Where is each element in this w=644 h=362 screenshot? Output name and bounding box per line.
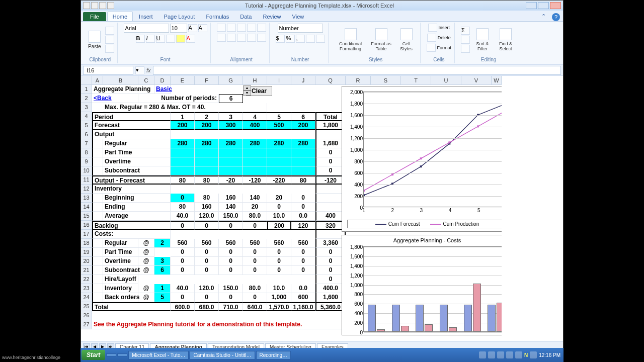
cell[interactable]: Backlog: [92, 221, 171, 230]
percent-icon[interactable]: %: [286, 35, 295, 43]
cell[interactable]: 280: [219, 139, 243, 148]
cell[interactable]: 0: [219, 248, 243, 257]
cell[interactable]: [219, 166, 243, 175]
row-header[interactable]: 22: [81, 275, 92, 284]
increase-decimal-icon[interactable]: [306, 35, 315, 43]
row-header[interactable]: 2: [81, 94, 92, 103]
cell[interactable]: [219, 157, 243, 166]
cell[interactable]: 80: [291, 175, 315, 185]
cell[interactable]: [267, 166, 291, 175]
cell[interactable]: 300: [219, 121, 243, 130]
cell[interactable]: 0: [315, 157, 346, 166]
cell[interactable]: Overtime: [103, 157, 171, 166]
cell[interactable]: 120.0: [195, 212, 219, 221]
cell[interactable]: Period: [92, 112, 171, 121]
cell[interactable]: 40.0: [171, 284, 195, 293]
cell[interactable]: Forecast: [92, 121, 171, 130]
cell[interactable]: Total: [92, 302, 171, 311]
cell[interactable]: 6: [291, 112, 315, 121]
start-button[interactable]: Start: [82, 350, 105, 360]
cell[interactable]: @: [138, 239, 154, 248]
cell[interactable]: 80.0: [243, 284, 267, 293]
spin-up-icon[interactable]: ▲: [243, 85, 251, 90]
cell[interactable]: 0: [171, 293, 195, 302]
cell[interactable]: [92, 266, 103, 275]
col-header[interactable]: V: [461, 76, 492, 85]
cell[interactable]: [92, 239, 103, 248]
autosum-icon[interactable]: Σ: [461, 27, 470, 35]
cell[interactable]: @: [138, 257, 154, 266]
cell[interactable]: 120: [291, 221, 315, 230]
cell[interactable]: [195, 166, 219, 175]
cell[interactable]: [291, 148, 315, 157]
font-size-select[interactable]: [170, 24, 187, 33]
cell[interactable]: Regular: [103, 139, 171, 148]
cell[interactable]: 560: [219, 239, 243, 248]
row-header[interactable]: 8: [81, 148, 92, 157]
cut-icon[interactable]: [105, 27, 114, 35]
spin-down-icon[interactable]: ▼: [243, 90, 251, 96]
row-header[interactable]: 27: [81, 320, 92, 329]
row-header[interactable]: 6: [81, 130, 92, 139]
cell[interactable]: [195, 148, 219, 157]
col-header[interactable]: Q: [315, 76, 346, 85]
row-header[interactable]: 23: [81, 284, 92, 293]
copy-icon[interactable]: [105, 36, 114, 44]
border-icon[interactable]: [166, 35, 175, 43]
row-header[interactable]: 4: [81, 112, 92, 121]
cell[interactable]: 160: [219, 194, 243, 203]
cell[interactable]: -20: [219, 175, 243, 185]
cell[interactable]: Ending: [103, 203, 171, 212]
tray-icon[interactable]: [497, 351, 504, 358]
row-header[interactable]: 18: [81, 239, 92, 248]
cell[interactable]: [315, 203, 346, 212]
cell[interactable]: 2: [195, 112, 219, 121]
cell[interactable]: [315, 130, 346, 139]
cell[interactable]: @: [138, 248, 154, 257]
grow-font-icon[interactable]: A: [188, 24, 197, 32]
col-header[interactable]: T: [401, 76, 431, 85]
cell[interactable]: [267, 148, 291, 157]
cell[interactable]: [171, 166, 195, 175]
col-header[interactable]: H: [243, 76, 267, 85]
name-box-dropdown-icon[interactable]: ▾: [135, 66, 144, 74]
row-header[interactable]: 17: [81, 230, 92, 239]
cell[interactable]: 0: [219, 257, 243, 266]
col-header[interactable]: W: [492, 76, 502, 85]
cell[interactable]: 0: [315, 275, 346, 284]
cell[interactable]: [243, 148, 267, 157]
cell[interactable]: 600.0: [171, 302, 195, 311]
cell[interactable]: 400: [315, 212, 346, 221]
sort-filter-button[interactable]: Sort & Filter: [472, 27, 493, 52]
row-header[interactable]: 10: [81, 166, 92, 175]
cell[interactable]: [92, 284, 103, 293]
cell[interactable]: 1: [171, 112, 195, 121]
cell[interactable]: <Back: [92, 94, 138, 103]
row-header[interactable]: 9: [81, 157, 92, 166]
cell[interactable]: 2: [154, 239, 171, 248]
cell[interactable]: 0: [243, 248, 267, 257]
cell[interactable]: Back orders: [103, 293, 138, 302]
tab-view[interactable]: View: [287, 12, 309, 21]
cell[interactable]: 1,680: [315, 139, 346, 148]
cell[interactable]: 640.0: [243, 302, 267, 311]
find-select-button[interactable]: Find & Select: [495, 27, 516, 52]
cell[interactable]: 680.0: [195, 302, 219, 311]
cell[interactable]: @: [138, 293, 154, 302]
align-left-icon[interactable]: [217, 34, 226, 42]
cell[interactable]: 280: [291, 139, 315, 148]
cell[interactable]: 0: [195, 266, 219, 275]
cell[interactable]: 3: [154, 257, 171, 266]
cell[interactable]: Overtime: [103, 257, 138, 266]
row-header[interactable]: 12: [81, 185, 92, 194]
cell[interactable]: [171, 148, 195, 157]
cell[interactable]: 4: [243, 112, 267, 121]
cell[interactable]: 0: [219, 266, 243, 275]
row-header[interactable]: 21: [81, 266, 92, 275]
tray-icon[interactable]: [515, 351, 522, 358]
tab-page-layout[interactable]: Page Layout: [159, 12, 200, 21]
fill-color-icon[interactable]: [176, 35, 185, 43]
row-header[interactable]: 26: [81, 311, 92, 320]
tray-icon[interactable]: [530, 351, 537, 358]
cell[interactable]: Regular: [103, 239, 138, 248]
